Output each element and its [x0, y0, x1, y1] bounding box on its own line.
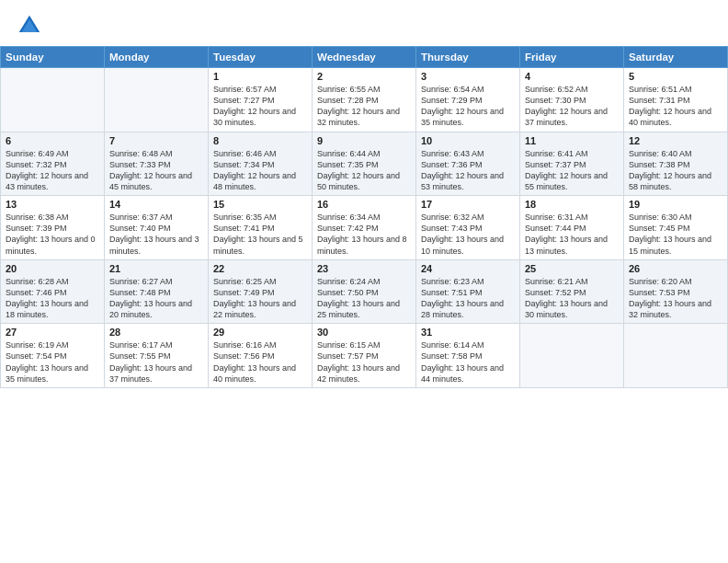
calendar-day-cell: 6Sunrise: 6:49 AMSunset: 7:32 PMDaylight…: [1, 132, 105, 196]
logo: [17, 13, 46, 39]
day-info: Sunrise: 6:49 AMSunset: 7:32 PMDaylight:…: [6, 148, 99, 193]
calendar-day-cell: 27Sunrise: 6:19 AMSunset: 7:54 PMDayligh…: [1, 324, 105, 388]
calendar-day-header: Monday: [105, 47, 209, 68]
day-info: Sunrise: 6:43 AMSunset: 7:36 PMDaylight:…: [421, 148, 515, 193]
day-number: 19: [629, 199, 722, 210]
calendar-day-cell: 19Sunrise: 6:30 AMSunset: 7:45 PMDayligh…: [624, 196, 728, 260]
calendar-day-cell: [624, 324, 728, 388]
calendar-day-cell: 29Sunrise: 6:16 AMSunset: 7:56 PMDayligh…: [209, 324, 313, 388]
day-info: Sunrise: 6:14 AMSunset: 7:58 PMDaylight:…: [421, 339, 515, 385]
day-info: Sunrise: 6:51 AMSunset: 7:31 PMDaylight:…: [629, 84, 722, 129]
day-info: Sunrise: 6:52 AMSunset: 7:30 PMDaylight:…: [525, 84, 619, 129]
calendar-day-cell: 15Sunrise: 6:35 AMSunset: 7:41 PMDayligh…: [209, 196, 313, 260]
day-number: 8: [213, 135, 307, 146]
day-number: 12: [629, 135, 722, 146]
day-info: Sunrise: 6:35 AMSunset: 7:41 PMDaylight:…: [213, 212, 307, 257]
calendar-day-cell: [520, 324, 624, 388]
day-number: 18: [525, 199, 619, 210]
day-info: Sunrise: 6:21 AMSunset: 7:52 PMDaylight:…: [525, 276, 619, 321]
calendar-week-row: 6Sunrise: 6:49 AMSunset: 7:32 PMDaylight…: [1, 132, 728, 196]
calendar-day-cell: 10Sunrise: 6:43 AMSunset: 7:36 PMDayligh…: [416, 132, 520, 196]
day-info: Sunrise: 6:57 AMSunset: 7:27 PMDaylight:…: [213, 84, 307, 129]
day-info: Sunrise: 6:44 AMSunset: 7:35 PMDaylight:…: [317, 148, 411, 193]
calendar-day-cell: 16Sunrise: 6:34 AMSunset: 7:42 PMDayligh…: [313, 196, 416, 260]
day-number: 6: [6, 135, 99, 146]
calendar-day-header: Saturday: [624, 47, 728, 68]
day-info: Sunrise: 6:41 AMSunset: 7:37 PMDaylight:…: [525, 148, 619, 193]
day-info: Sunrise: 6:16 AMSunset: 7:56 PMDaylight:…: [213, 339, 307, 385]
calendar-day-header: Sunday: [1, 47, 105, 68]
calendar-day-cell: 11Sunrise: 6:41 AMSunset: 7:37 PMDayligh…: [520, 132, 624, 196]
calendar-day-cell: 8Sunrise: 6:46 AMSunset: 7:34 PMDaylight…: [209, 132, 313, 196]
day-number: 14: [109, 199, 203, 210]
day-info: Sunrise: 6:24 AMSunset: 7:50 PMDaylight:…: [317, 276, 411, 321]
header: [0, 0, 728, 44]
day-number: 24: [421, 263, 515, 274]
day-info: Sunrise: 6:15 AMSunset: 7:57 PMDaylight:…: [317, 339, 411, 385]
calendar-day-header: Wednesday: [313, 47, 416, 68]
day-number: 25: [525, 263, 619, 274]
day-number: 26: [629, 263, 722, 274]
day-info: Sunrise: 6:54 AMSunset: 7:29 PMDaylight:…: [421, 84, 515, 129]
day-info: Sunrise: 6:20 AMSunset: 7:53 PMDaylight:…: [629, 276, 722, 321]
day-info: Sunrise: 6:17 AMSunset: 7:55 PMDaylight:…: [109, 339, 203, 385]
day-number: 20: [6, 263, 99, 274]
day-number: 2: [317, 71, 411, 82]
calendar-day-cell: 21Sunrise: 6:27 AMSunset: 7:48 PMDayligh…: [105, 259, 209, 324]
calendar-day-cell: 25Sunrise: 6:21 AMSunset: 7:52 PMDayligh…: [520, 259, 624, 324]
day-number: 11: [525, 135, 619, 146]
day-number: 10: [421, 135, 515, 146]
day-info: Sunrise: 6:46 AMSunset: 7:34 PMDaylight:…: [213, 148, 307, 193]
day-number: 13: [6, 199, 99, 210]
calendar-week-row: 27Sunrise: 6:19 AMSunset: 7:54 PMDayligh…: [1, 324, 728, 388]
calendar-week-row: 13Sunrise: 6:38 AMSunset: 7:39 PMDayligh…: [1, 196, 728, 260]
day-number: 31: [421, 327, 515, 338]
calendar-table: SundayMondayTuesdayWednesdayThursdayFrid…: [0, 46, 728, 388]
day-number: 16: [317, 199, 411, 210]
day-info: Sunrise: 6:28 AMSunset: 7:46 PMDaylight:…: [6, 276, 99, 321]
day-info: Sunrise: 6:30 AMSunset: 7:45 PMDaylight:…: [629, 212, 722, 257]
day-number: 22: [213, 263, 307, 274]
calendar-day-cell: 14Sunrise: 6:37 AMSunset: 7:40 PMDayligh…: [105, 196, 209, 260]
day-number: 17: [421, 199, 515, 210]
day-info: Sunrise: 6:40 AMSunset: 7:38 PMDaylight:…: [629, 148, 722, 193]
calendar-day-cell: 24Sunrise: 6:23 AMSunset: 7:51 PMDayligh…: [416, 259, 520, 324]
day-number: 4: [525, 71, 619, 82]
day-number: 3: [421, 71, 515, 82]
day-info: Sunrise: 6:19 AMSunset: 7:54 PMDaylight:…: [6, 339, 99, 385]
day-number: 23: [317, 263, 411, 274]
day-info: Sunrise: 6:25 AMSunset: 7:49 PMDaylight:…: [213, 276, 307, 321]
day-info: Sunrise: 6:27 AMSunset: 7:48 PMDaylight:…: [109, 276, 203, 321]
calendar-day-cell: 18Sunrise: 6:31 AMSunset: 7:44 PMDayligh…: [520, 196, 624, 260]
calendar-day-cell: 5Sunrise: 6:51 AMSunset: 7:31 PMDaylight…: [624, 68, 728, 132]
day-info: Sunrise: 6:31 AMSunset: 7:44 PMDaylight:…: [525, 212, 619, 257]
calendar-day-cell: 12Sunrise: 6:40 AMSunset: 7:38 PMDayligh…: [624, 132, 728, 196]
calendar-day-cell: 31Sunrise: 6:14 AMSunset: 7:58 PMDayligh…: [416, 324, 520, 388]
day-info: Sunrise: 6:23 AMSunset: 7:51 PMDaylight:…: [421, 276, 515, 321]
day-number: 21: [109, 263, 203, 274]
calendar-day-cell: 2Sunrise: 6:55 AMSunset: 7:28 PMDaylight…: [313, 68, 416, 132]
calendar-day-header: Thursday: [416, 47, 520, 68]
calendar-day-cell: [1, 68, 105, 132]
day-info: Sunrise: 6:38 AMSunset: 7:39 PMDaylight:…: [6, 212, 99, 257]
calendar-day-cell: 23Sunrise: 6:24 AMSunset: 7:50 PMDayligh…: [313, 259, 416, 324]
day-number: 15: [213, 199, 307, 210]
calendar-day-cell: 4Sunrise: 6:52 AMSunset: 7:30 PMDaylight…: [520, 68, 624, 132]
calendar-day-header: Tuesday: [209, 47, 313, 68]
day-number: 5: [629, 71, 722, 82]
calendar-day-cell: 22Sunrise: 6:25 AMSunset: 7:49 PMDayligh…: [209, 259, 313, 324]
calendar-day-cell: 1Sunrise: 6:57 AMSunset: 7:27 PMDaylight…: [209, 68, 313, 132]
page: SundayMondayTuesdayWednesdayThursdayFrid…: [0, 0, 728, 563]
calendar-day-cell: 3Sunrise: 6:54 AMSunset: 7:29 PMDaylight…: [416, 68, 520, 132]
calendar-day-cell: 17Sunrise: 6:32 AMSunset: 7:43 PMDayligh…: [416, 196, 520, 260]
calendar-day-cell: 30Sunrise: 6:15 AMSunset: 7:57 PMDayligh…: [313, 324, 416, 388]
day-number: 9: [317, 135, 411, 146]
calendar-day-cell: 13Sunrise: 6:38 AMSunset: 7:39 PMDayligh…: [1, 196, 105, 260]
day-number: 27: [6, 327, 99, 338]
calendar-day-cell: [105, 68, 209, 132]
calendar-week-row: 1Sunrise: 6:57 AMSunset: 7:27 PMDaylight…: [1, 68, 728, 132]
calendar-day-cell: 7Sunrise: 6:48 AMSunset: 7:33 PMDaylight…: [105, 132, 209, 196]
logo-icon: [17, 13, 42, 39]
calendar-week-row: 20Sunrise: 6:28 AMSunset: 7:46 PMDayligh…: [1, 259, 728, 324]
calendar-header-row: SundayMondayTuesdayWednesdayThursdayFrid…: [1, 47, 728, 68]
